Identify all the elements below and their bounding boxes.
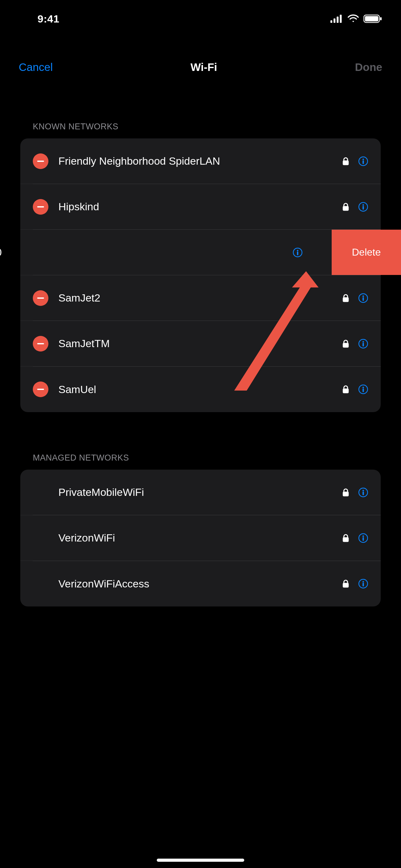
lock-icon xyxy=(341,488,350,497)
info-icon[interactable] xyxy=(358,339,368,349)
network-name: ng-ad8cd0 xyxy=(0,246,287,258)
network-name: SamUel xyxy=(58,383,335,396)
network-row[interactable]: PrivateMobileWiFi xyxy=(20,470,381,515)
info-icon[interactable] xyxy=(358,202,368,212)
delete-button[interactable]: Delete xyxy=(332,230,401,275)
known-networks-group: Friendly Neighborhood SpiderLAN Hipskind xyxy=(20,138,381,412)
network-name: PrivateMobileWiFi xyxy=(58,486,335,498)
svg-rect-5 xyxy=(334,19,335,23)
remove-icon[interactable] xyxy=(33,381,48,397)
lock-icon xyxy=(341,579,350,588)
network-name: Hipskind xyxy=(58,200,335,213)
managed-networks-group: PrivateMobileWiFi VerizonWiFi xyxy=(20,470,381,607)
info-icon[interactable] xyxy=(358,293,368,303)
network-row[interactable]: SamJet2 xyxy=(20,275,381,321)
info-icon[interactable] xyxy=(358,384,368,394)
nav-bar: Cancel Wi-Fi Done xyxy=(0,53,401,81)
lock-icon xyxy=(341,534,350,542)
lock-icon xyxy=(341,157,350,165)
cancel-button[interactable]: Cancel xyxy=(19,61,53,73)
svg-rect-10 xyxy=(380,17,381,20)
home-indicator[interactable] xyxy=(157,859,244,862)
info-icon[interactable] xyxy=(358,488,368,497)
section-known-networks: KNOWN NETWORKS Friendly Neighborhood Spi… xyxy=(20,122,381,412)
section-header-known: KNOWN NETWORKS xyxy=(20,122,381,131)
status-bar: 9:41 xyxy=(0,0,401,37)
wifi-icon xyxy=(347,14,359,23)
network-name: SamJetTM xyxy=(58,337,335,350)
svg-rect-7 xyxy=(340,15,342,23)
network-row[interactable]: VerizonWiFi xyxy=(20,515,381,561)
lock-icon xyxy=(341,385,350,394)
lock-icon xyxy=(341,339,350,348)
svg-rect-9 xyxy=(365,16,378,22)
remove-icon[interactable] xyxy=(33,199,48,215)
network-row[interactable]: SamUel xyxy=(20,367,381,412)
section-header-managed: MANAGED NETWORKS xyxy=(20,453,381,463)
remove-icon[interactable] xyxy=(33,153,48,169)
network-name: SamJet2 xyxy=(58,292,335,304)
network-row[interactable]: VerizonWiFiAccess xyxy=(20,561,381,607)
svg-rect-4 xyxy=(330,20,332,23)
info-icon[interactable] xyxy=(358,533,368,543)
info-icon[interactable] xyxy=(358,156,368,166)
network-row[interactable]: Friendly Neighborhood SpiderLAN xyxy=(20,138,381,184)
network-row[interactable]: SamJetTM xyxy=(20,321,381,367)
battery-icon xyxy=(364,14,382,23)
status-indicators xyxy=(330,14,382,23)
svg-rect-6 xyxy=(337,17,338,23)
status-time: 9:41 xyxy=(37,13,59,25)
remove-icon[interactable] xyxy=(33,290,48,306)
network-name: Friendly Neighborhood SpiderLAN xyxy=(58,155,335,167)
lock-icon xyxy=(341,294,350,303)
page-title: Wi-Fi xyxy=(191,61,217,73)
network-name: VerizonWiFi xyxy=(58,532,335,544)
remove-icon[interactable] xyxy=(33,336,48,351)
cellular-icon xyxy=(330,15,343,23)
network-row-swiped[interactable]: ng-ad8cd0 Delete xyxy=(20,230,381,275)
info-icon[interactable] xyxy=(293,247,303,257)
info-icon[interactable] xyxy=(358,579,368,589)
section-managed-networks: MANAGED NETWORKS PrivateMobileWiFi Veriz… xyxy=(20,453,381,607)
done-button[interactable]: Done xyxy=(355,61,382,73)
network-name: VerizonWiFiAccess xyxy=(58,578,335,590)
network-row[interactable]: Hipskind xyxy=(20,184,381,230)
lock-icon xyxy=(341,203,350,211)
